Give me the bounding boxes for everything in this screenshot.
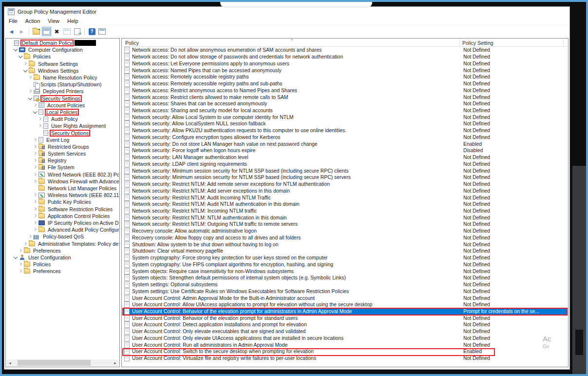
expand-arrow-icon[interactable] <box>33 151 38 156</box>
tree-item[interactable]: Application Control Policies <box>6 213 119 219</box>
expand-arrow-icon[interactable] <box>18 248 23 253</box>
expand-arrow-icon[interactable] <box>33 138 38 142</box>
tree-item[interactable]: Event Log <box>6 137 119 143</box>
expand-arrow-icon[interactable] <box>38 117 42 121</box>
policy-row[interactable]: Recovery console: Allow floppy copy and … <box>122 235 568 241</box>
expand-arrow-icon[interactable] <box>33 172 38 177</box>
collapse-arrow-icon[interactable] <box>13 47 18 52</box>
tree-item[interactable]: Local Policies <box>6 109 119 116</box>
expand-arrow-icon[interactable] <box>18 262 23 267</box>
policy-row[interactable]: Network security: Configure encryption t… <box>122 134 568 141</box>
expand-arrow-icon[interactable] <box>23 241 28 246</box>
policy-row[interactable]: Network security: LAN Manager authentica… <box>122 154 568 161</box>
policy-row[interactable]: Shutdown: Clear virtual memory pagefileN… <box>122 248 568 255</box>
up-one-level-button[interactable]: ➔ <box>32 27 41 36</box>
tree-item[interactable]: Windows Settings <box>6 67 119 74</box>
expand-arrow-icon[interactable] <box>33 144 38 149</box>
policy-row[interactable]: Network security: Restrict NTLM: Incomin… <box>122 208 568 215</box>
expand-arrow-icon[interactable] <box>33 227 38 232</box>
tree-item[interactable]: Security Settings <box>6 95 119 102</box>
scroll-right-arrow[interactable]: ► <box>112 359 119 366</box>
policy-row[interactable]: Network security: Restrict NTLM: Add ser… <box>122 187 568 194</box>
tree-item[interactable]: Scripts (Startup/Shutdown) <box>6 81 119 88</box>
properties-button[interactable] <box>62 27 72 36</box>
expand-arrow-icon[interactable] <box>33 193 38 198</box>
tree-item[interactable]: Default Domain Policy <box>6 40 119 46</box>
policy-row[interactable]: System cryptography: Force strong key pr… <box>122 255 568 261</box>
tree-item[interactable]: Audit Policy <box>6 116 119 122</box>
policy-row[interactable]: User Account Control: Detect application… <box>122 321 568 328</box>
policy-row[interactable]: Network security: Restrict NTLM: Outgoin… <box>122 221 568 228</box>
tree-item[interactable]: Wireless Network (IEEE 802.11) Poli <box>6 192 119 198</box>
collapse-arrow-icon[interactable] <box>23 68 28 73</box>
tree-item[interactable]: Public Key Policies <box>6 198 119 205</box>
back-button[interactable]: ◄ <box>7 27 16 36</box>
expand-arrow-icon[interactable] <box>33 103 38 108</box>
scroll-left-arrow[interactable]: ◄ <box>6 359 14 366</box>
policy-row[interactable]: Network access: Restrict clients allowed… <box>122 94 568 100</box>
tree-item[interactable]: Software Settings <box>6 60 119 67</box>
expand-arrow-icon[interactable] <box>28 89 33 94</box>
expand-arrow-icon[interactable] <box>33 207 38 212</box>
expand-arrow-icon[interactable] <box>33 214 38 218</box>
policy-row[interactable]: Network security: Restrict NTLM: Add rem… <box>122 181 568 188</box>
policy-row[interactable]: Network access: Named Pipes that can be … <box>122 67 568 74</box>
expand-arrow-icon[interactable] <box>23 61 28 66</box>
policy-row[interactable]: Recovery console: Allow automatic admini… <box>122 228 568 235</box>
policy-row[interactable]: User Account Control: Run all administra… <box>122 341 568 348</box>
policy-row[interactable]: System settings: Optional subsystemsNot … <box>122 281 568 288</box>
policy-row[interactable]: Shutdown: Allow system to be shut down w… <box>122 241 568 248</box>
expand-arrow-icon[interactable] <box>38 123 42 128</box>
policy-row[interactable]: Network access: Remotely accessible regi… <box>122 80 568 87</box>
policy-row[interactable]: User Account Control: Admin Approval Mod… <box>122 295 568 301</box>
policy-row[interactable]: System settings: Use Certificate Rules o… <box>122 288 568 295</box>
tree-item[interactable]: File System <box>6 164 119 171</box>
export-list-button[interactable] <box>73 27 82 36</box>
tree-item[interactable]: User Configuration <box>6 254 119 261</box>
tree-item[interactable]: Computer Configuration <box>6 46 119 53</box>
tree-item[interactable]: Name Resolution Policy <box>6 74 119 81</box>
menu-file[interactable]: File <box>9 18 18 24</box>
column-header-policy-setting[interactable]: Policy Setting <box>460 39 564 46</box>
tree-item[interactable]: Deployed Printers <box>6 88 119 95</box>
policy-row[interactable]: User Account Control: Switch to the secu… <box>122 348 568 355</box>
tree-item[interactable]: Network List Manager Policies <box>6 185 119 192</box>
policy-row[interactable]: Network security: LDAP client signing re… <box>122 160 568 167</box>
expand-arrow-icon[interactable] <box>33 158 38 163</box>
column-header-policy[interactable]: Policy ^ <box>122 39 460 46</box>
policy-row[interactable]: Network security: Allow Local System to … <box>122 114 568 120</box>
tree-item[interactable]: Policies <box>6 53 119 60</box>
tree-item[interactable]: Registry <box>6 157 119 164</box>
policy-row[interactable]: Network access: Remotely accessible regi… <box>122 74 568 80</box>
tree-item[interactable]: Preferences <box>6 268 119 275</box>
expand-arrow-icon[interactable] <box>33 165 38 170</box>
policy-row[interactable]: Network access: Let Everyone permissions… <box>122 60 568 67</box>
menu-help[interactable]: Help <box>67 18 78 24</box>
tree-item[interactable]: System Services <box>6 150 119 157</box>
collapse-arrow-icon[interactable] <box>18 54 23 59</box>
policy-row[interactable]: Network security: Do not store LAN Manag… <box>122 140 568 147</box>
policy-row[interactable]: Network security: Allow LocalSystem NULL… <box>122 120 568 127</box>
tree-item[interactable]: Wired Network (IEEE 802.3) Policies <box>6 171 119 178</box>
expand-arrow-icon[interactable] <box>33 179 38 184</box>
policy-row[interactable]: Network security: Allow PKU2U authentica… <box>122 127 568 134</box>
scrollbar-thumb[interactable] <box>18 360 91 366</box>
menu-action[interactable]: Action <box>25 18 40 24</box>
expand-arrow-icon[interactable] <box>28 234 33 239</box>
new-window-button[interactable] <box>97 27 107 36</box>
forward-button[interactable]: ► <box>17 27 26 36</box>
policy-row[interactable]: Network access: Shares that can be acces… <box>122 100 568 107</box>
policy-row[interactable]: System cryptography: Use FIPS compliant … <box>122 261 568 268</box>
collapse-arrow-icon[interactable] <box>28 96 33 101</box>
policy-row[interactable]: System objects: Require case insensitivi… <box>122 268 568 275</box>
tree-item[interactable]: Administrative Templates: Policy definit… <box>6 240 119 247</box>
tree-item[interactable]: Policy-based QoS <box>6 233 119 240</box>
horizontal-scrollbar[interactable]: ◄ ► <box>6 359 119 366</box>
policy-row[interactable]: Network access: Restrict anonymous acces… <box>122 87 568 94</box>
tree-item[interactable]: User Rights Assignment <box>6 122 119 129</box>
policy-row[interactable]: Network security: Restrict NTLM: Audit I… <box>122 194 568 201</box>
help-button[interactable]: ? <box>87 27 96 36</box>
menu-view[interactable]: View <box>48 18 59 24</box>
policy-row[interactable]: User Account Control: Only elevate UIAcc… <box>122 335 568 342</box>
policy-row[interactable]: User Account Control: Behavior of the el… <box>122 308 568 315</box>
